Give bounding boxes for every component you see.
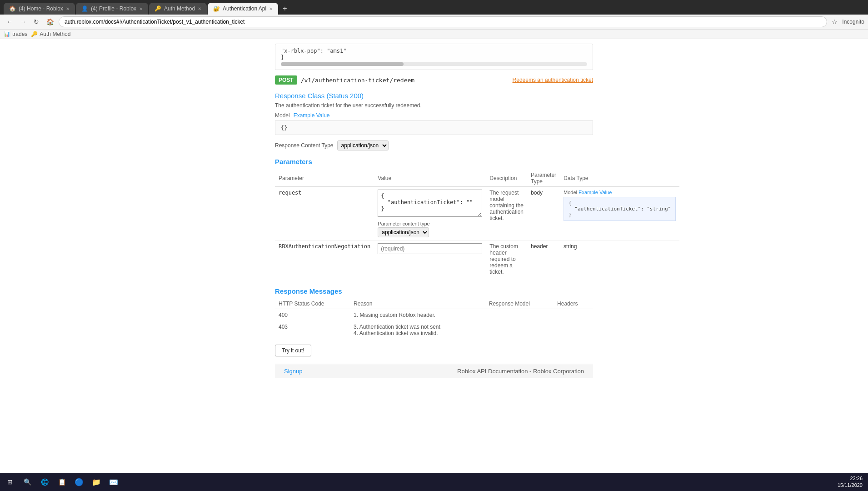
bookmark-star[interactable]: ☆ [829,17,840,26]
try-it-out-button[interactable]: Try it out! [275,345,311,356]
parameters-title: Parameters [275,158,593,165]
param-desc-rbx: The custom header required to redeem a t… [486,240,527,278]
new-tab-button[interactable]: + [279,3,290,15]
params-thead: Parameter Value Description Parameter Ty… [275,170,679,187]
col-data-type: Data Type [560,170,679,187]
post-badge: POST [275,75,297,85]
content-type-row: Response Content Type application/json t… [275,140,593,150]
response-messages-table: HTTP Status Code Reason Response Model H… [275,299,593,339]
reason-400: 1. Missing custom Roblox header. [350,309,485,321]
headers-403 [554,321,593,339]
response-messages-tbody: 400 1. Missing custom Roblox header. 403… [275,309,593,340]
col-headers: Headers [554,299,593,309]
endpoint-description[interactable]: Redeems an authentication ticket [513,77,593,83]
request-value-textarea[interactable]: { "authenticationTicket": "string" } [378,190,482,217]
tab-profile[interactable]: 👤 (4) Profile - Roblox ✕ [76,3,148,15]
col-response-model: Response Model [485,299,554,309]
taskbar-search[interactable]: 🔍 [19,474,35,476]
address-bar[interactable] [59,16,827,27]
params-tbody: request { "authenticationTicket": "strin… [275,187,679,278]
model-row: Model Example Value [275,112,593,119]
endpoint-path: /v1/authentication-ticket/redeem [301,77,414,84]
response-row-400: 400 1. Missing custom Roblox header. [275,309,593,321]
param-content-type-select[interactable]: application/json text/json [378,227,429,237]
back-button[interactable]: ← [4,17,15,26]
browser-chrome: 🏠 (4) Home - Roblox ✕ 👤 (4) Profile - Ro… [0,0,868,39]
signup-link[interactable]: Signup [284,368,302,375]
datatype-json-box: { "authenticationTicket": "string" } [564,197,676,221]
tab-label: Auth Method [164,5,195,12]
tab-label: (4) Home - Roblox [19,5,63,12]
tab-label: Authentication Api [223,5,266,12]
tab-favicon: 🔐 [213,5,220,12]
tab-favicon: 🏠 [9,5,16,12]
bookmark-auth-method[interactable]: 🔑 Auth Method [31,31,70,37]
home-button[interactable]: 🏠 [44,17,57,26]
bookmark-trades[interactable]: 📊 trades [4,31,27,37]
taskbar-time: 22:26 15/11/2020 [838,475,866,476]
tab-favicon: 🔑 [155,5,161,12]
footer-right-text: Roblox API Documentation - Roblox Corpor… [457,368,584,375]
rbx-param-label: RBXAuthenticationNegotiation [279,243,370,250]
model-tag: Model Example Value [564,190,676,195]
response-class-desc: The authentication ticket for the user s… [275,102,593,109]
response-model-403 [485,321,554,339]
endpoint-row: POST /v1/authentication-ticket/redeem Re… [275,75,593,85]
param-value-rbx [374,240,486,278]
param-type-header: header [531,243,548,250]
bookmark-label: trades [12,31,27,37]
col-param-type: Parameter Type [527,170,560,187]
forward-button[interactable]: → [17,17,29,26]
response-header-row: HTTP Status Code Reason Response Model H… [275,299,593,309]
content-type-label: Response Content Type [275,142,334,149]
tab-auth-method[interactable]: 🔑 Auth Method ✕ [149,3,207,15]
reason-403-item-2: 4. Authentication ticket was invalid. [354,330,482,336]
response-row-403: 403 3. Authentication ticket was not sen… [275,321,593,339]
tab-close-auth-method[interactable]: ✕ [198,6,201,11]
refresh-button[interactable]: ↻ [31,17,42,26]
param-content-type-label: Parameter content type [378,221,482,226]
scroll-bar[interactable] [281,62,587,66]
param-name-rbx: RBXAuthenticationNegotiation [275,240,374,278]
tab-close-profile[interactable]: ✕ [139,6,143,11]
param-datatype-request: Model Example Value { "authenticationTic… [560,187,679,240]
reason-400-item-1: 1. Missing custom Roblox header. [354,312,482,318]
code-block-top: "x-rblx-pop": "ams1" } [275,44,593,70]
nav-bar: ← → ↻ 🏠 ☆ Incognito [0,15,868,30]
param-type-body: body [531,190,543,196]
taskbar-start[interactable]: ⊞ [2,474,18,476]
tab-home[interactable]: 🏠 (4) Home - Roblox ✕ [4,3,75,15]
tab-close-home[interactable]: ✕ [66,6,70,11]
clock-time: 22:26 [838,475,863,476]
taskbar: ⊞ 🔍 🌐 📋 🔵 📁 ✉️ 22:26 15/11/2020 [0,473,868,476]
example-value-link[interactable]: Example Value [294,112,330,119]
param-type-rbx: header [527,240,560,278]
rbx-data-type-text: string [564,243,577,250]
code-line-1: "x-rblx-pop": "ams1" [281,48,587,54]
incognito-label: Incognito [842,19,864,25]
reason-403: 3. Authentication ticket was not sent. 4… [350,321,485,339]
rbx-value-input[interactable] [378,243,482,254]
tab-auth-api[interactable]: 🔐 Authentication Api ✕ [208,3,278,15]
status-403: 403 [275,321,350,339]
col-status-code: HTTP Status Code [275,299,350,309]
tab-bar: 🏠 (4) Home - Roblox ✕ 👤 (4) Profile - Ro… [0,0,868,15]
scroll-track [281,62,587,66]
param-type-request: body [527,187,560,240]
params-header-row: Parameter Value Description Parameter Ty… [275,170,679,187]
taskbar-mail[interactable]: ✉️ [105,474,122,476]
tab-close-auth-api[interactable]: ✕ [269,6,273,11]
model-tag-text: Model [564,190,577,195]
taskbar-chrome[interactable]: 🔵 [71,474,87,476]
request-param-label: request [279,190,302,196]
taskbar-explorer[interactable]: 📁 [88,474,105,476]
taskbar-task-view[interactable]: 📋 [54,474,70,476]
param-row-request: request { "authenticationTicket": "strin… [275,187,679,240]
content-type-select[interactable]: application/json text/json text/xml [337,140,389,150]
param-datatype-rbx: string [560,240,679,278]
taskbar-cortana[interactable]: 🌐 [36,474,53,476]
model-example-value-link[interactable]: Example Value [579,190,612,195]
param-name-request: request [275,187,374,240]
response-messages-thead: HTTP Status Code Reason Response Model H… [275,299,593,309]
col-value: Value [374,170,486,187]
